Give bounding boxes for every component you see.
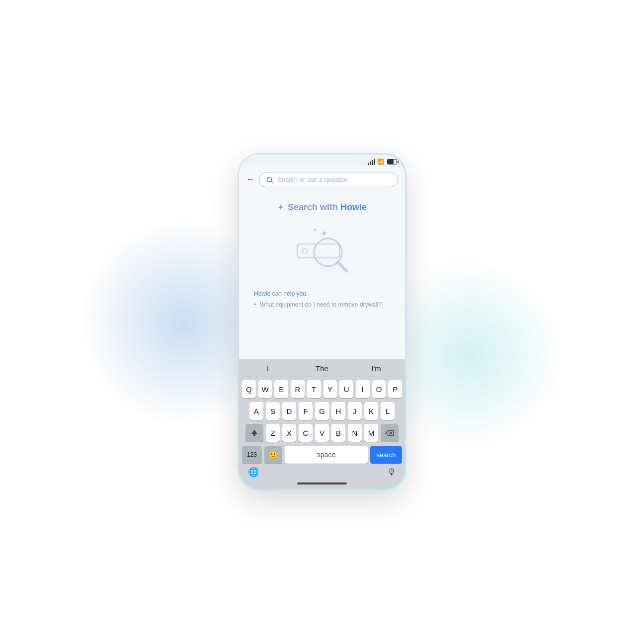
key-Z[interactable]: Z — [266, 424, 280, 442]
howie-icon: ✦ — [277, 203, 284, 212]
suggestion-0[interactable]: I — [241, 363, 295, 374]
search-with-howie-heading: ✦ Search with Howie — [277, 202, 367, 213]
help-section: Howie can help you: What equipment do I … — [249, 290, 395, 309]
home-indicator — [239, 481, 405, 489]
key-H[interactable]: H — [331, 402, 345, 420]
search-illustration: ★ ✦ — [287, 222, 357, 281]
search-key[interactable]: search — [370, 446, 402, 464]
key-P[interactable]: P — [388, 380, 402, 398]
signal-icon — [368, 159, 375, 165]
key-R[interactable]: R — [291, 380, 305, 398]
key-W[interactable]: W — [258, 380, 272, 398]
key-M[interactable]: M — [364, 424, 378, 442]
key-Y[interactable]: Y — [323, 380, 337, 398]
svg-text:✦: ✦ — [313, 227, 317, 233]
key-E[interactable]: E — [274, 380, 288, 398]
app-content: ← Search or ask a question — [239, 167, 405, 489]
delete-key[interactable] — [381, 424, 399, 442]
numbers-key[interactable]: 123 — [242, 446, 262, 464]
svg-line-9 — [338, 262, 347, 271]
header: ← Search or ask a question — [239, 167, 405, 192]
key-V[interactable]: V — [315, 424, 329, 442]
globe-icon[interactable]: 🌐 — [248, 467, 259, 478]
space-key[interactable]: space — [285, 446, 368, 464]
key-U[interactable]: U — [339, 380, 353, 398]
key-X[interactable]: X — [282, 424, 296, 442]
wifi-icon: 📶 — [377, 159, 384, 165]
key-N[interactable]: N — [348, 424, 362, 442]
key-O[interactable]: O — [372, 380, 386, 398]
key-D[interactable]: D — [282, 402, 296, 420]
key-J[interactable]: J — [348, 402, 362, 420]
keyboard-suggestions: I The I'm — [241, 363, 403, 377]
page-background: 📶 ← — [0, 0, 644, 644]
key-B[interactable]: B — [331, 424, 345, 442]
keyboard-row-3: Z X C V B N M — [242, 424, 402, 442]
phone-inner: 📶 ← — [239, 155, 405, 489]
key-I[interactable]: I — [356, 380, 370, 398]
search-icon — [266, 176, 273, 183]
keyboard-bottom-bar: 🌐 🎙 — [241, 464, 403, 479]
keyboard: I The I'm Q W E R T Y — [239, 359, 405, 481]
key-A[interactable]: A — [249, 402, 263, 420]
mic-icon[interactable]: 🎙 — [387, 467, 396, 478]
key-Q[interactable]: Q — [242, 380, 256, 398]
key-L[interactable]: L — [381, 402, 395, 420]
home-bar — [297, 483, 347, 484]
keyboard-row-1: Q W E R T Y U I O P — [242, 380, 402, 398]
key-T[interactable]: T — [307, 380, 321, 398]
key-C[interactable]: C — [299, 424, 313, 442]
key-G[interactable]: G — [315, 402, 329, 420]
svg-text:★: ★ — [321, 229, 327, 237]
status-bar: 📶 — [239, 155, 405, 167]
svg-point-6 — [302, 248, 307, 253]
battery-icon — [387, 159, 397, 164]
shift-key[interactable] — [245, 424, 263, 442]
keyboard-row-2: A S D F G H J K L — [242, 402, 402, 420]
emoji-key[interactable]: 🙂 — [264, 446, 282, 464]
main-area: ✦ Search with Howie ★ ✦ — [239, 192, 405, 359]
help-item: What equipment do I need to remove drywa… — [254, 300, 390, 309]
svg-marker-10 — [251, 430, 257, 436]
key-F[interactable]: F — [299, 402, 313, 420]
key-K[interactable]: K — [364, 402, 378, 420]
svg-point-2 — [268, 178, 269, 179]
search-with-text: Search with Howie — [288, 202, 367, 213]
svg-line-7 — [307, 253, 308, 254]
search-placeholder: Search or ask a question — [277, 176, 349, 183]
svg-line-1 — [271, 181, 273, 182]
phone-frame: 📶 ← — [238, 153, 406, 491]
keyboard-rows: Q W E R T Y U I O P — [241, 380, 403, 464]
svg-rect-5 — [297, 244, 339, 258]
key-S[interactable]: S — [266, 402, 280, 420]
suggestion-2[interactable]: I'm — [349, 363, 403, 374]
search-bar[interactable]: Search or ask a question — [259, 172, 398, 187]
keyboard-row-bottom: 123 🙂 space search — [242, 446, 402, 464]
back-button[interactable]: ← — [246, 174, 255, 185]
suggestion-1[interactable]: The — [295, 363, 349, 374]
howie-can-help-label: Howie can help you: — [254, 290, 390, 297]
